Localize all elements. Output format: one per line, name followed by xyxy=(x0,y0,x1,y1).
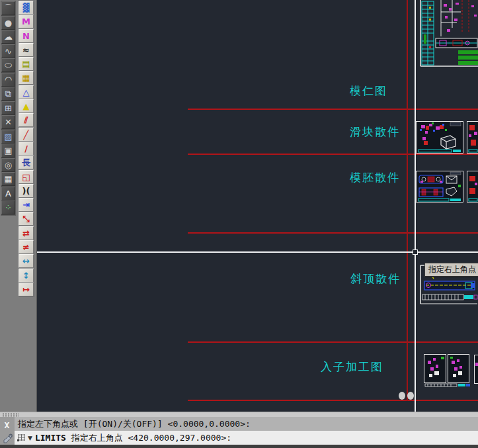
section-label: 斜顶散件 xyxy=(350,271,401,287)
layout-red-hline xyxy=(188,341,478,343)
table-icon[interactable]: ▦ xyxy=(1,172,15,186)
dashed-diagonal-icon[interactable]: ╱ xyxy=(19,128,34,142)
donut-icon[interactable]: ◎ xyxy=(1,158,15,172)
recent-commands-dropdown[interactable]: ▼ xyxy=(28,435,32,441)
hatch-icon[interactable]: ▨ xyxy=(1,130,15,144)
moldbase-parts-thumbnail xyxy=(416,171,463,202)
layout-red-vline xyxy=(407,0,408,401)
layout-red-hline xyxy=(188,109,478,110)
command-input-line[interactable]: ▼ LIMITS 指定右上角点 <420.0000,297.0000>: xyxy=(15,431,478,445)
region-icon[interactable]: ▣ xyxy=(1,144,15,157)
make-block-icon[interactable]: ⧉ xyxy=(1,87,15,101)
insert-block-icon[interactable]: ⊞ xyxy=(1,101,15,115)
recent-commands-grid-icon[interactable] xyxy=(17,433,26,442)
layout-red-hline xyxy=(188,400,478,401)
move-square-icon[interactable]: ⇄ xyxy=(19,226,34,240)
triangle-filled-icon[interactable]: ▲ xyxy=(19,99,34,113)
lengthen-icon[interactable]: 長 xyxy=(19,156,34,169)
model-space-canvas[interactable]: 模仁图滑块散件模胚散件斜顶散件入子加工图 xyxy=(36,0,478,412)
match-properties-icon[interactable]: ▓ xyxy=(19,1,34,15)
draw-toolbar: ⌒●☁∿⬭◠⧉⊞✕▨▣◎▦A⁘ xyxy=(1,1,16,216)
dynamic-input-tooltip: 指定右上角点 xyxy=(424,263,478,277)
diagonal-line-icon[interactable]: / xyxy=(19,142,34,156)
break-icon[interactable]: ✕ xyxy=(1,115,15,129)
parallel-lines-icon[interactable]: ⫽ xyxy=(19,113,34,127)
slider-parts-thumbnail-2 xyxy=(467,121,478,154)
circle-icon[interactable]: ● xyxy=(1,16,15,30)
moldbase-parts-thumbnail-2 xyxy=(467,171,478,202)
command-prompt-text: LIMITS 指定右上角点 <420.0000,297.0000>: xyxy=(35,432,231,444)
text-icon[interactable]: A xyxy=(1,187,15,201)
command-history-line: 指定左下角点或 [开(ON)/关(OFF)] <0.0000,0.0000>: xyxy=(15,417,478,431)
level-cross-icon[interactable]: ≠ xyxy=(19,240,34,254)
ellipse-icon[interactable]: ⬭ xyxy=(1,58,15,72)
insert-machining-thumbnail-2 xyxy=(474,355,478,386)
assembly-drawing-thumbnail xyxy=(416,0,478,68)
cad-application-window: ⌒●☁∿⬭◠⧉⊞✕▨▣◎▦A⁘ ▓MN≈▤▦△▲⫽╱/長◱)(⇥⤡⇄≠↔↕↦ 模… xyxy=(0,0,478,448)
spline-icon[interactable]: ∿ xyxy=(1,44,15,58)
active-command-prompt: 指定右上角点 <420.0000,297.0000>: xyxy=(66,433,231,443)
section-label: 入子加工图 xyxy=(321,359,383,375)
edge-arrow-icon[interactable]: ↦ xyxy=(19,283,34,296)
command-gutter: X xyxy=(0,417,15,445)
close-command-window-button[interactable]: X xyxy=(1,420,13,430)
arc-icon[interactable]: ⌒ xyxy=(1,1,15,15)
slider-parts-thumbnail xyxy=(416,121,463,154)
canvas-dot xyxy=(407,392,414,400)
polyline-edit-icon[interactable]: M xyxy=(19,15,34,28)
section-label: 模胚散件 xyxy=(350,170,400,185)
vertical-fit-icon[interactable]: ↕ xyxy=(19,269,34,283)
stretch-between-icon[interactable]: ⇥ xyxy=(19,198,34,212)
section-label: 滑块散件 xyxy=(350,124,400,140)
canvas-dot xyxy=(399,392,405,400)
double-arc-icon[interactable]: )( xyxy=(19,184,34,198)
zigzag-edit-icon[interactable]: N xyxy=(19,29,34,43)
corner-circle-icon[interactable]: ◱ xyxy=(19,170,34,184)
layout-red-hline xyxy=(188,154,478,155)
crosshair-vertical xyxy=(415,0,416,412)
hatch-pattern-1-icon[interactable]: ▤ xyxy=(19,57,34,71)
active-command-name: LIMITS xyxy=(35,433,66,443)
double-curve-icon[interactable]: ≈ xyxy=(19,43,34,57)
toolbar-strip: ⌒●☁∿⬭◠⧉⊞✕▨▣◎▦A⁘ ▓MN≈▤▦△▲⫽╱/長◱)(⇥⤡⇄≠↔↕↦ xyxy=(0,0,36,412)
divide-point-icon[interactable]: ⁘ xyxy=(1,201,15,214)
customize-wrench-icon[interactable] xyxy=(1,433,13,444)
command-panel-separator[interactable] xyxy=(0,412,478,417)
crosshair-horizontal xyxy=(37,251,478,253)
section-label: 模仁图 xyxy=(350,83,387,99)
hatch-pattern-2-icon[interactable]: ▦ xyxy=(19,71,34,85)
diagonal-points-icon[interactable]: ⤡ xyxy=(19,212,34,226)
triangle-outline-icon[interactable]: △ xyxy=(19,85,34,99)
insert-machining-thumbnail xyxy=(424,354,471,387)
window-bottom-edge xyxy=(0,445,478,448)
layout-red-hline xyxy=(188,232,478,234)
cursor-pickbox xyxy=(413,249,418,255)
horizontal-fit-icon[interactable]: ↔ xyxy=(19,254,34,268)
modify-toolbar: ▓MN≈▤▦△▲⫽╱/長◱)(⇥⤡⇄≠↔↕↦ xyxy=(18,0,34,297)
ellipse-arc-icon[interactable]: ◠ xyxy=(1,73,15,87)
revision-cloud-icon[interactable]: ☁ xyxy=(1,30,15,44)
